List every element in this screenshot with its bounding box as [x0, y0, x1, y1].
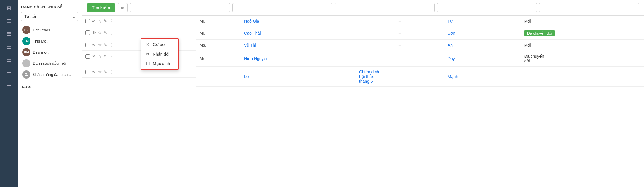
menu-item-remove-label: Gỡ bỏ: [153, 42, 165, 47]
star-icon[interactable]: ☆: [98, 42, 102, 47]
edit-icon[interactable]: ✎: [103, 69, 107, 74]
dash: --: [356, 27, 444, 39]
edit-icon[interactable]: ✎: [103, 54, 107, 59]
assigned-user: Duy: [444, 51, 521, 66]
toolbar-inputs: [130, 3, 639, 12]
table-row: 👁 ☆ ✎ ⋮ Mr. Ngô Gia -- Tự Mới: [82, 16, 644, 27]
checkbox-icon: ☐: [145, 61, 150, 66]
view-icon[interactable]: 👁: [92, 42, 96, 47]
toolbar: Tìm kiếm ✏: [82, 0, 644, 16]
lead-name: Cao Thái: [241, 27, 356, 39]
nav-icon-5[interactable]: ☰: [3, 67, 15, 78]
sidebar-item-danhsach[interactable]: Danh sách đầu mới: [21, 58, 78, 69]
row-actions: 👁 ☆ ✎ ⋮: [82, 66, 196, 78]
assigned-user: Tự: [444, 16, 521, 27]
lead-name: Vũ Thị: [241, 39, 356, 51]
sidebar-item-label: Danh sách đầu mới: [33, 61, 66, 66]
row-actions: 👁 ☆ ✎ ⋮: [82, 16, 196, 27]
more-icon[interactable]: ⋮: [109, 30, 113, 35]
row-checkbox[interactable]: [85, 70, 90, 74]
menu-item-default-label: Mặc định: [153, 61, 170, 66]
row-checkbox[interactable]: [85, 19, 90, 23]
menu-item-default[interactable]: ☐ Mặc định: [141, 59, 178, 68]
star-icon[interactable]: ☆: [98, 69, 102, 74]
nav-icon-1[interactable]: ☰: [3, 16, 15, 26]
avatar: HL: [22, 26, 30, 34]
row-checkbox[interactable]: [85, 30, 90, 35]
assigned-user: An: [444, 39, 521, 51]
edit-icon[interactable]: ✎: [103, 18, 107, 24]
nav-icon-2[interactable]: ☰: [3, 29, 15, 39]
assigned-user: Mạnh: [444, 66, 521, 86]
sidebar-item-daumo[interactable]: ĐM Đầu mố...: [21, 47, 78, 58]
sidebar-list: HL Hot Leads TM This Mo... ĐM Đầu mố... …: [21, 24, 78, 80]
filter-input-2[interactable]: [232, 3, 333, 12]
sidebar-item-label: Đầu mố...: [33, 50, 50, 55]
nav-bar: ⊞ ☰ ☰ ☰ ☰ ☰ ☰: [0, 0, 18, 187]
star-icon[interactable]: ☆: [98, 54, 102, 59]
menu-item-remove[interactable]: ✕ Gỡ bỏ: [141, 40, 178, 49]
dash: --: [356, 51, 444, 66]
avatar: [22, 70, 30, 79]
view-icon[interactable]: 👁: [92, 30, 96, 35]
menu-item-duplicate-label: Nhân đôi: [153, 52, 169, 57]
row-actions: 👁 ☆ ✎ ⋮: [82, 27, 196, 38]
filter-input-3[interactable]: [335, 3, 435, 12]
more-icon[interactable]: ⋮: [109, 69, 113, 74]
main-content: Tìm kiếm ✏ ✕ Gỡ bỏ ⧉ Nhân đôi ☐ Mặc định: [82, 0, 644, 187]
svg-point-0: [25, 73, 27, 74]
edit-icon-button[interactable]: ✏: [118, 3, 128, 12]
avatar: TM: [22, 37, 30, 45]
nav-icon-3[interactable]: ☰: [3, 42, 15, 52]
lead-name: Ngô Gia: [241, 16, 356, 27]
tags-title: TAGS: [21, 85, 78, 89]
status: Mới: [521, 39, 644, 51]
sidebar-item-hotleads[interactable]: HL Hot Leads: [21, 24, 78, 35]
salutation: Ms.: [196, 39, 241, 51]
table-row: 👁 ☆ ✎ ⋮ Mr. Cao Thái -- Sơn Đã chuyển đổ…: [82, 27, 644, 39]
row-checkbox[interactable]: [85, 54, 90, 59]
row-actions: 👁 ☆ ✎ ⋮: [82, 51, 196, 62]
filter-select[interactable]: Tất cả Của tôi Nhóm: [21, 12, 78, 21]
view-icon[interactable]: 👁: [92, 19, 96, 24]
more-icon[interactable]: ⋮: [109, 42, 113, 47]
sidebar-item-thismo[interactable]: TM This Mo...: [21, 35, 78, 47]
dash: --: [356, 39, 444, 51]
sidebar-filter[interactable]: Tất cả Của tôi Nhóm ⌄: [21, 12, 78, 21]
edit-icon[interactable]: ✎: [103, 30, 107, 35]
search-button[interactable]: Tìm kiếm: [87, 3, 115, 12]
status: Đã chuyển đổi: [521, 27, 644, 39]
status: [521, 66, 644, 86]
nav-icon-4[interactable]: ☰: [3, 55, 15, 65]
nav-icon-6[interactable]: ☰: [3, 80, 15, 91]
row-checkbox[interactable]: [85, 43, 90, 47]
sidebar-item-label: Khách hàng đang ch...: [33, 72, 71, 77]
view-icon[interactable]: 👁: [92, 54, 96, 59]
filter-input-4[interactable]: [437, 3, 537, 12]
duplicate-icon: ⧉: [145, 52, 150, 57]
sidebar-title: DANH SÁCH CHIA SẺ: [21, 5, 78, 9]
sidebar-item-khachhang[interactable]: Khách hàng đang ch...: [21, 69, 78, 80]
status: Mới: [521, 16, 644, 27]
nav-icon-grid[interactable]: ⊞: [3, 3, 15, 13]
salutation: Mr.: [196, 16, 241, 27]
view-icon[interactable]: 👁: [92, 69, 96, 74]
filter-input-5[interactable]: [539, 3, 639, 12]
dash: --: [356, 16, 444, 27]
filter-input-1[interactable]: [130, 3, 230, 12]
sidebar-item-label: Hot Leads: [33, 28, 50, 32]
row-actions: 👁 ☆ ✎ ⋮: [82, 39, 196, 51]
menu-item-duplicate[interactable]: ⧉ Nhân đôi: [141, 49, 178, 59]
status: Đã chuyểnđổi: [521, 51, 644, 66]
salutation: [196, 66, 241, 86]
edit-icon[interactable]: ✎: [103, 42, 107, 47]
star-icon[interactable]: ☆: [98, 18, 102, 24]
sidebar: DANH SÁCH CHIA SẺ Tất cả Của tôi Nhóm ⌄ …: [18, 0, 82, 187]
salutation: Mr.: [196, 51, 241, 66]
more-icon[interactable]: ⋮: [109, 18, 113, 24]
campaign-name: Chiến dịchhội thảotháng 5: [356, 66, 444, 86]
lead-name: Hiếu Nguyễn: [241, 51, 356, 66]
more-icon[interactable]: ⋮: [109, 54, 113, 59]
context-menu: ✕ Gỡ bỏ ⧉ Nhân đôi ☐ Mặc định: [141, 38, 179, 70]
star-icon[interactable]: ☆: [98, 30, 102, 35]
